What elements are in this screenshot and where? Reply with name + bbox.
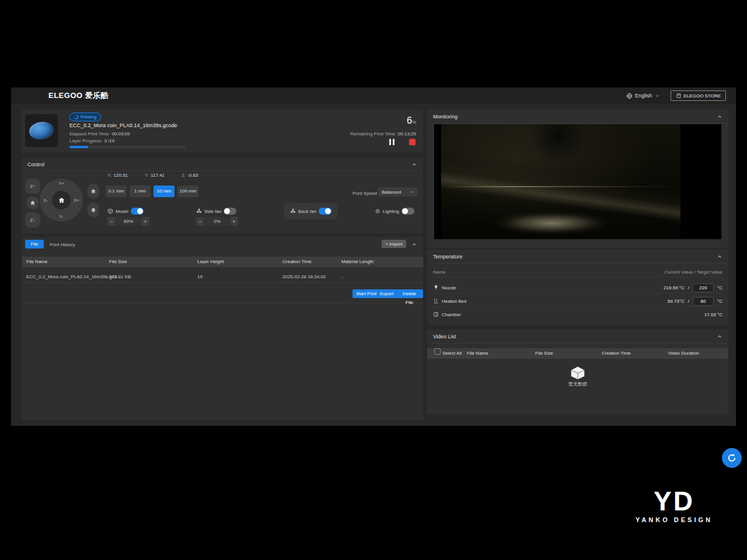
stop-button[interactable] <box>409 139 416 145</box>
file-table-header: File Name File Size Layer Height Creatio… <box>22 257 423 267</box>
elegoo-store-button[interactable]: ELEGOO STORE <box>671 90 726 101</box>
z-up-button[interactable]: Z↑ <box>25 178 40 194</box>
y-coordinate: Y:117.41 <box>145 173 166 178</box>
tab-file[interactable]: File <box>25 240 44 249</box>
file-table-row[interactable]: ECC_0.2_Mora coin_PLA0.14_16m39s.gco... … <box>22 272 423 283</box>
back-fan-toggle[interactable] <box>319 208 331 215</box>
collapse-temperature-icon[interactable] <box>717 254 722 260</box>
cell-file-name: ECC_0.2_Mora coin_PLA0.14_16m39s.gco... <box>26 272 121 282</box>
collapse-video-list-icon[interactable] <box>717 334 722 340</box>
chamber-icon <box>433 312 439 317</box>
remaining-time-row: Remaining Print Time:00:13:29 <box>350 131 416 136</box>
progress-bar-fill <box>69 146 88 148</box>
lighting-toggle-group: Lighting <box>375 206 414 216</box>
cube-icon <box>107 208 113 214</box>
nozzle-unit: °C <box>717 285 722 290</box>
gear-icon <box>375 208 381 214</box>
jog-y-minus[interactable]: Y- <box>59 214 63 219</box>
app-header: ELEGOO 爱乐酷 English ELEGOO STORE <box>11 88 736 104</box>
header-actions: English ELEGOO STORE <box>626 90 726 101</box>
home-icon <box>58 197 65 204</box>
side-fan-increase-button[interactable]: + <box>230 217 238 226</box>
jog-x-plus[interactable]: X+ <box>74 198 79 203</box>
collapse-control-icon[interactable] <box>411 162 417 167</box>
nozzle-current: 219.59 °C <box>664 285 685 290</box>
store-icon <box>676 93 682 99</box>
model-speed-increase-button[interactable]: + <box>141 217 149 226</box>
model-speed-decrease-button[interactable]: − <box>107 217 116 226</box>
chamber-label: Chamber <box>442 312 461 317</box>
pause-button[interactable] <box>389 139 396 145</box>
home-all-button[interactable] <box>52 191 71 209</box>
progress-percent: 6% <box>407 116 416 126</box>
side-fan-value: 0% <box>205 217 229 226</box>
delete-file-button[interactable]: Delete File <box>396 289 423 298</box>
step-10mm-button[interactable]: 10 mm <box>153 186 174 197</box>
step-100mm-button[interactable]: 100 mm <box>177 186 198 197</box>
temp-value-header: Current Value / Target Value <box>664 270 722 275</box>
app-window: ELEGOO 爱乐酷 English ELEGOO STORE Pr <box>11 88 736 426</box>
select-all-checkbox[interactable] <box>434 348 441 355</box>
temperature-panel: Temperature Name Current Value / Target … <box>427 250 728 326</box>
video-table-header: Select All File Name File Size Creation … <box>427 348 728 359</box>
import-button[interactable]: + Import <box>382 240 406 248</box>
home-icon <box>90 207 96 213</box>
refresh-button[interactable] <box>722 448 742 468</box>
heated-bed-current: 59.73°C <box>668 299 685 304</box>
z-coordinate: Z:-0.83 <box>181 173 200 178</box>
home-y-button[interactable] <box>88 202 99 218</box>
jog-y-plus[interactable]: Y+ <box>58 181 64 186</box>
video-list-title: Video List <box>433 334 456 340</box>
side-fan-label: Side fan <box>204 209 221 214</box>
side-fan-decrease-button[interactable]: − <box>196 217 204 226</box>
divider <box>22 303 423 303</box>
home-x-button[interactable] <box>88 184 99 199</box>
lighting-toggle[interactable] <box>402 208 414 215</box>
monitoring-panel: Monitoring <box>427 110 728 248</box>
position-readout: X:120.51 Y:117.41 Z:-0.83 <box>107 173 200 178</box>
tab-print-history[interactable]: Print History <box>50 242 75 247</box>
side-fan-stepper: − 0% + <box>196 217 238 226</box>
nozzle-target-input[interactable]: 220 <box>693 284 714 292</box>
z-down-button[interactable]: Z↓ <box>25 212 40 228</box>
model-speed-value: 69% <box>117 217 140 226</box>
col-file-name: File Name <box>26 257 47 267</box>
camera-view <box>434 124 721 239</box>
model-thumbnail <box>25 114 58 147</box>
heated-bed-unit: °C <box>717 299 722 304</box>
status-badge: Printing <box>69 113 101 121</box>
back-fan-label: Back fan <box>298 209 316 214</box>
chamber-current: 17.03 °C <box>704 312 722 317</box>
elapsed-time-value: 00:03:09 <box>111 131 130 136</box>
monitoring-title: Monitoring <box>433 114 458 120</box>
import-label: Import <box>389 242 403 247</box>
home-xy-button[interactable] <box>26 197 39 209</box>
heated-bed-target-input[interactable]: 60 <box>693 297 714 306</box>
collapse-monitoring-icon[interactable] <box>717 114 722 120</box>
elegoo-logo: ELEGOO 爱乐酷 <box>48 90 109 101</box>
print-speed-select[interactable]: Balanced <box>378 187 417 197</box>
cell-file-size: 572.61 KB <box>109 272 131 282</box>
vcol-file-name: File Name <box>467 348 488 359</box>
globe-icon <box>626 93 633 99</box>
jog-x-minus[interactable]: X- <box>43 198 48 203</box>
step-0.1mm-button[interactable]: 0.1 mm <box>106 186 127 197</box>
chevron-down-icon <box>409 190 414 194</box>
print-status-card: Printing ECC_0.2_Mora coin_PLA0.14_16m39… <box>22 110 423 153</box>
model-toggle[interactable] <box>131 208 144 215</box>
file-panel: File Print History + Import File Name Fi… <box>22 237 423 420</box>
model-speed-stepper: − 69% + <box>107 217 149 226</box>
collapse-file-icon[interactable] <box>411 242 417 247</box>
step-1mm-button[interactable]: 1 mm <box>130 186 151 197</box>
export-button[interactable]: Export <box>376 289 397 298</box>
language-selector[interactable]: English <box>626 93 660 99</box>
cell-material-length: - <box>341 272 343 282</box>
remaining-time-value: 00:13:29 <box>398 131 416 136</box>
col-layer-height: Layer Height <box>197 257 224 267</box>
layer-progress-value: 3 /19 <box>104 138 114 144</box>
temperature-header: Temperature <box>427 250 728 264</box>
side-fan-toggle[interactable] <box>224 208 236 215</box>
layer-progress-row: Layer Progress:3 /19 <box>69 138 114 144</box>
xy-jog-pad: Y+ X- X+ Y- <box>40 178 83 222</box>
plus-icon: + <box>385 242 388 247</box>
